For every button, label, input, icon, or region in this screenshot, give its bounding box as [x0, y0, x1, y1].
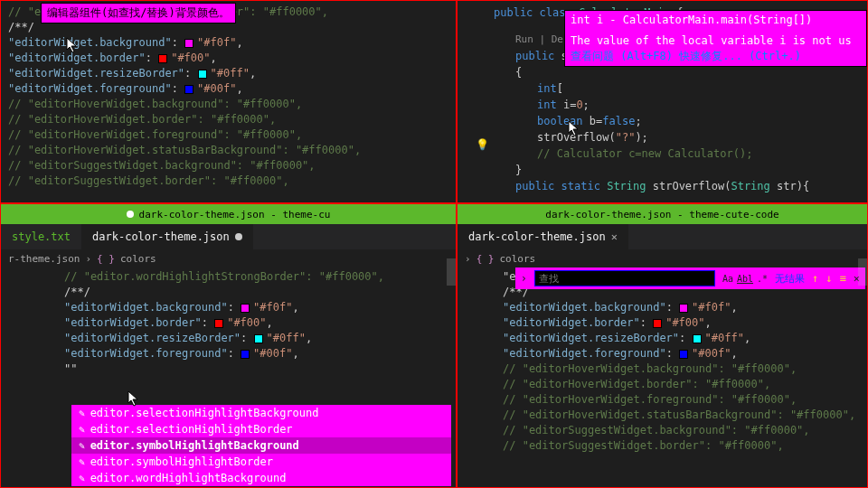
code-line: "editorWidget.foreground": "#00f",: [8, 81, 448, 97]
color-swatch-icon: [241, 304, 250, 313]
find-prev-icon[interactable]: ↑: [812, 272, 818, 285]
breadcrumb-bl[interactable]: r-theme.json › { } colors: [1, 249, 456, 267]
tab[interactable]: dark-color-theme.json✕: [458, 224, 628, 249]
tab-label: dark-color-theme.json: [92, 230, 230, 243]
code-line: // "editorHoverWidget.statusBarBackgroun…: [485, 408, 860, 423]
code-line: // "editorSuggestWidget.background": "#f…: [8, 158, 448, 174]
code-line: "editorWidget.foreground": "#00f",: [485, 346, 860, 361]
modified-dot-icon: [127, 211, 134, 218]
tab-bar-bl: style.txtdark-color-theme.json: [1, 224, 456, 249]
color-swatch-icon: [184, 39, 193, 48]
find-next-icon[interactable]: ↓: [826, 272, 832, 285]
suggest-glyph-icon: ✎: [79, 473, 85, 484]
suggest-item[interactable]: ✎editor.symbolHighlightBackground: [71, 437, 451, 454]
code-line: // "editorHoverWidget.statusBarBackgroun…: [8, 143, 448, 158]
find-expand-icon[interactable]: ›: [521, 272, 527, 285]
color-swatch-icon: [693, 334, 702, 343]
find-case-icon[interactable]: Aa: [722, 274, 733, 284]
modified-dot-icon: [235, 233, 242, 240]
suggest-label: editor.selectionHighlightBorder: [90, 423, 293, 436]
code-line: /**/: [28, 285, 448, 300]
hover-hint[interactable]: 查看问题 (Alt+F8) 快速修复... (Ctrl+.): [571, 49, 861, 64]
color-swatch-icon: [679, 350, 688, 359]
color-swatch-icon: [241, 350, 250, 359]
breadcrumb-br[interactable]: › { } colors: [458, 249, 867, 267]
find-widget[interactable]: › Aa Abl .* 无结果 ↑ ↓ ≡ ✕: [515, 267, 865, 289]
suggest-label: editor.symbolHighlightBackground: [90, 439, 299, 452]
editor-br[interactable]: "edit/**/"editorWidget.background": "#f0…: [458, 267, 867, 455]
suggest-label: editor.symbolHighlightBorder: [90, 455, 273, 468]
suggest-label: editor.selectionHighlightBackground: [90, 407, 319, 419]
editor-tl[interactable]: // "editor.wordHighlightStrongBorder": "…: [1, 1, 456, 192]
code-line: // "editorHoverWidget.background": "#ff0…: [8, 97, 448, 112]
code-line: "editorWidget.foreground": "#00f",: [28, 346, 448, 361]
code-line: "editorWidget.background": "#f0f",: [28, 300, 448, 315]
find-menu-icon[interactable]: ≡: [840, 272, 846, 285]
code-line: "editorWidget.background": "#f0f",: [485, 300, 860, 315]
tab-label: style.txt: [12, 230, 71, 243]
close-icon[interactable]: ✕: [611, 230, 618, 243]
suggest-glyph-icon: ✎: [79, 424, 85, 436]
cursor-icon: [66, 37, 79, 53]
cursor-icon: [568, 120, 580, 136]
lightbulb-icon[interactable]: 💡: [476, 138, 489, 151]
code-line: // "editorSuggestWidget.background": "#f…: [485, 423, 860, 438]
find-word-icon[interactable]: Abl: [737, 274, 753, 284]
code-line: "editorWidget.border": "#f00",: [485, 315, 860, 331]
color-swatch-icon: [184, 85, 193, 94]
suggest-label: editor.wordHighlightBackground: [90, 472, 287, 484]
code-line: // "editorHoverWidget.border": "#ff0000"…: [8, 112, 448, 127]
scrollbar[interactable]: [447, 204, 456, 487]
pane-top-left: // "editor.wordHighlightStrongBorder": "…: [0, 0, 457, 203]
find-noresult: 无结果: [775, 272, 805, 286]
pane-bottom-right: dark-color-theme.json - theme-cute-code …: [457, 203, 868, 488]
suggest-glyph-icon: ✎: [79, 456, 85, 468]
code-line: // "editorHoverWidget.foreground": "#ff0…: [8, 127, 448, 143]
suggest-widget[interactable]: ✎editor.selectionHighlightBackground✎edi…: [71, 405, 451, 486]
tab[interactable]: style.txt: [1, 224, 81, 249]
titlebar-br: dark-color-theme.json - theme-cute-code: [458, 204, 867, 224]
find-regex-icon[interactable]: .*: [757, 274, 768, 284]
code-line: // "editorHoverWidget.background": "#ff0…: [485, 361, 860, 377]
color-swatch-icon: [198, 70, 207, 79]
suggest-item[interactable]: ✎editor.wordHighlightBackground: [71, 470, 451, 486]
cursor-icon: [127, 390, 140, 407]
hover-widget: int i - CalculatorMain.main(String[]) Th…: [564, 10, 867, 67]
code-line: // "editorHoverWidget.border": "#ff0000"…: [485, 377, 860, 392]
editor-bl[interactable]: // "editor.wordHighlightStrongBorder": "…: [1, 267, 456, 379]
titlebar-bl: dark-color-theme.json - theme-cu: [1, 204, 456, 224]
tab[interactable]: dark-color-theme.json: [81, 224, 253, 249]
code-line: // "editorHoverWidget.foreground": "#ff0…: [485, 392, 860, 408]
hover-tooltip: 编辑器组件(如查找/替换)背景颜色。: [41, 3, 236, 23]
suggest-item[interactable]: ✎editor.symbolHighlightBorder: [71, 454, 451, 470]
suggest-item[interactable]: ✎editor.selectionHighlightBackground: [71, 405, 451, 421]
code-line: // "editorSuggestWidget.border": "#ff000…: [485, 438, 860, 454]
pane-top-right: public class CalculatorMain { Run | Debu…: [457, 0, 868, 203]
color-swatch-icon: [158, 54, 167, 63]
code-line: "": [28, 361, 448, 377]
color-swatch-icon: [214, 319, 223, 328]
code-line: // "editorSuggestWidget.border": "#ff000…: [8, 174, 448, 189]
hover-title: int i - CalculatorMain.main(String[]): [571, 13, 861, 28]
suggest-glyph-icon: ✎: [79, 440, 85, 452]
suggest-glyph-icon: ✎: [79, 408, 85, 419]
code-line: "editorWidget.resizeBorder": "#0ff",: [28, 331, 448, 346]
color-swatch-icon: [254, 334, 263, 343]
find-input[interactable]: [534, 270, 715, 286]
code-line: // "editor.wordHighlightStrongBorder": "…: [28, 269, 448, 285]
scrollbar[interactable]: [858, 204, 867, 487]
suggest-item[interactable]: ✎editor.selectionHighlightBorder: [71, 421, 451, 437]
code-line: "editorWidget.resizeBorder": "#0ff",: [8, 66, 448, 81]
code-line: "editorWidget.border": "#f00",: [28, 315, 448, 331]
pane-bottom-left: dark-color-theme.json - theme-cu style.t…: [0, 203, 457, 488]
hover-body: The value of the local variable i is not…: [571, 33, 861, 49]
color-swatch-icon: [679, 304, 688, 313]
code-line: "editorWidget.resizeBorder": "#0ff",: [485, 331, 860, 346]
tab-label: dark-color-theme.json: [468, 230, 606, 243]
color-swatch-icon: [653, 319, 662, 328]
tab-bar-br: dark-color-theme.json✕: [458, 224, 867, 249]
